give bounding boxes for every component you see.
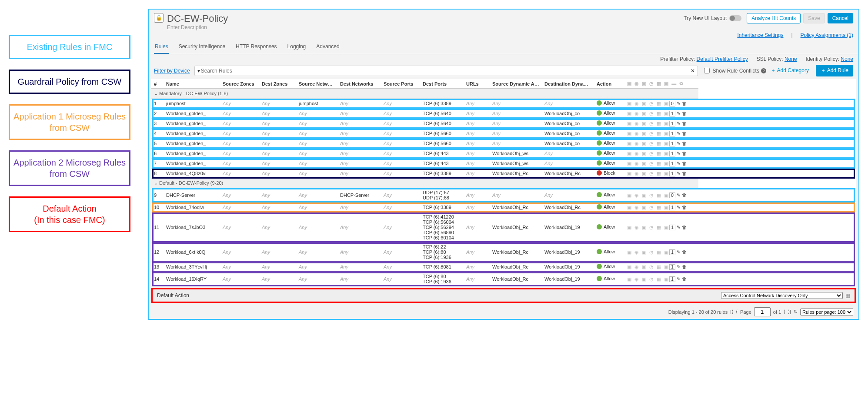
rules-per-page-select[interactable]: Rules per page: 100: [800, 309, 853, 315]
rule-row[interactable]: 4Workload_golden_AnyAnyAnyAnyAnyTCP (6):…: [151, 129, 856, 139]
save-button[interactable]: Save: [803, 13, 825, 23]
policy-description[interactable]: Enter Description: [167, 24, 228, 30]
pager-page-label: Page: [740, 309, 751, 315]
analyze-hit-counts-button[interactable]: Analyze Hit Counts: [747, 13, 801, 23]
col-header: Destination Dynamic Attributes: [542, 79, 594, 89]
search-rules[interactable]: ▾ ✕: [194, 66, 698, 76]
rule-row[interactable]: 9DHCP-ServerAnyAnyAnyDHCP-ServerAnyUDP (…: [151, 188, 856, 202]
row-action-icons[interactable]: ▣ ◉ ▣ ◔ ▦ ▣ 1 ✎ 🗑: [624, 109, 698, 119]
pager-page-input[interactable]: [754, 307, 771, 316]
action-cell: Allow: [594, 202, 624, 212]
row-action-icons[interactable]: ▣ ◉ ▣ ◔ ▦ ▣ 1 ✎ 🗑: [624, 242, 698, 262]
action-cell: Allow: [594, 262, 624, 272]
col-header: Source Ports: [381, 79, 420, 89]
action-cell: Allow: [594, 159, 624, 169]
rule-row[interactable]: 7Workload_golden_AnyAnyAnyAnyAnyTCP (6):…: [151, 159, 856, 169]
pager-refresh-icon[interactable]: ↻: [794, 309, 798, 315]
rule-row[interactable]: 3Workload_golden_AnyAnyAnyAnyAnyTCP (6):…: [151, 119, 856, 129]
row-action-icons[interactable]: ▣ ◉ ▣ ◔ ▦ ▣ 0 ✎ 🗑: [624, 99, 698, 109]
action-cell: Allow: [594, 149, 624, 159]
rule-row[interactable]: 8Workload_4Q8z0vlAnyAnyAnyAnyAnyTCP (6):…: [151, 169, 856, 179]
action-cell: Allow: [594, 129, 624, 139]
tab-rules[interactable]: Rules: [154, 40, 169, 54]
pager-prev-icon[interactable]: ⟨: [736, 309, 738, 315]
rules-table: #NameSource ZonesDest ZonesSource Networ…: [151, 79, 856, 286]
col-header: Action: [594, 79, 624, 89]
fmc-policy-panel: 🔓 DC-EW-Policy Enter Description Try New…: [148, 9, 859, 320]
icon-cols: ▣ ◉ ▣ ◔ ▦ ▣ ▬ ✿: [624, 79, 698, 89]
row-action-icons[interactable]: ▣ ◉ ▣ ◔ ▦ ▣ 1 ✎ 🗑: [624, 272, 698, 286]
tab-logging[interactable]: Logging: [287, 40, 307, 54]
row-action-icons[interactable]: ▣ ◉ ▣ ◔ ▦ ▣ 0 ✎ 🗑: [624, 188, 698, 202]
ssl-label: SSL Policy:: [757, 56, 783, 62]
filter-by-device-link[interactable]: Filter by Device: [154, 68, 190, 74]
rule-row[interactable]: 10Workload_74oqlwAnyAnyAnyAnyAnyTCP (6):…: [151, 202, 856, 212]
default-action-label: Default Action: [157, 292, 189, 299]
col-header: Dest Ports: [420, 79, 464, 89]
rule-row[interactable]: 14Workload_16XqRYAnyAnyAnyAnyAnyTCP (6):…: [151, 272, 856, 286]
policy-assignments-link[interactable]: Policy Assignments (1): [801, 32, 853, 38]
pager-last-icon[interactable]: ⟩|: [788, 309, 791, 315]
rule-row[interactable]: 12Workload_6xtIk0QAnyAnyAnyAnyAnyTCP (6)…: [151, 242, 856, 262]
section-header[interactable]: ⌄ Mandatory - DC-EW-Policy (1-8): [151, 89, 698, 99]
action-cell: Allow: [594, 99, 624, 109]
row-action-icons[interactable]: ▣ ◉ ▣ ◔ ▦ ▣ 1 ✎ 🗑: [624, 149, 698, 159]
inheritance-settings-link[interactable]: Inheritance Settings: [737, 32, 783, 38]
search-input[interactable]: [200, 67, 691, 74]
lock-icon[interactable]: 🔓: [154, 13, 164, 23]
action-cell: Allow: [594, 242, 624, 262]
legend-existing-fmc: Existing Rules in FMC: [9, 35, 130, 59]
tab-http-responses[interactable]: HTTP Responses: [235, 40, 277, 54]
tab-security-intelligence[interactable]: Security Intelligence: [178, 40, 226, 54]
pager-of-label: of 1: [773, 309, 781, 315]
legend-guardrail: Guardrail Policy from CSW: [9, 70, 130, 94]
rule-row[interactable]: 6Workload_golden_AnyAnyAnyAnyAnyTCP (6):…: [151, 149, 856, 159]
legend-panel: Existing Rules in FMC Guardrail Policy f…: [9, 9, 130, 320]
section-header[interactable]: ⌄ Default - DC-EW-Policy (9-20): [151, 179, 698, 188]
prefilter-value[interactable]: Default Prefilter Policy: [697, 56, 748, 62]
row-action-icons[interactable]: ▣ ◉ ▣ ◔ ▦ ▣ 1 ✎ 🗑: [624, 129, 698, 139]
row-action-icons[interactable]: ▣ ◉ ▣ ◔ ▦ ▣ 1 ✎ 🗑: [624, 262, 698, 272]
tabs: RulesSecurity IntelligenceHTTP Responses…: [149, 40, 858, 54]
rule-row[interactable]: 5Workload_golden_AnyAnyAnyAnyAnyTCP (6):…: [151, 139, 856, 149]
col-header: Source Dynamic Attributes: [490, 79, 542, 89]
action-cell: Allow: [594, 188, 624, 202]
pager-display: Displaying 1 - 20 of 20 rules: [668, 309, 728, 315]
row-action-icons[interactable]: ▣ ◉ ▣ ◔ ▦ ▣ 1 ✎ 🗑: [624, 139, 698, 149]
ssl-value[interactable]: None: [785, 56, 797, 62]
policy-title: DC-EW-Policy: [167, 13, 228, 24]
clear-search-icon[interactable]: ✕: [691, 68, 695, 74]
rule-row[interactable]: 13Workload_3TYcvHjAnyAnyAnyAnyAnyTCP (6)…: [151, 262, 856, 272]
rule-row[interactable]: 1jumphostAnyAnyjumphostAnyAnyTCP (6):338…: [151, 99, 856, 109]
tab-advanced[interactable]: Advanced: [315, 40, 340, 54]
help-icon[interactable]: ?: [761, 68, 766, 73]
action-cell: Allow: [594, 109, 624, 119]
default-action-row: Default Action Access Control:Network Di…: [151, 288, 856, 303]
default-action-log-icon[interactable]: ▦: [845, 292, 850, 299]
identity-label: Identity Policy:: [806, 56, 839, 62]
try-new-ui-toggle[interactable]: [729, 15, 741, 21]
col-header: URLs: [464, 79, 490, 89]
rule-row[interactable]: 2Workload_golden_AnyAnyAnyAnyAnyTCP (6):…: [151, 109, 856, 119]
col-header: Dest Zones: [259, 79, 296, 89]
row-action-icons[interactable]: ▣ ◉ ▣ ◔ ▦ ▣ 1 ✎ 🗑: [624, 169, 698, 179]
col-header: Name: [164, 79, 220, 89]
add-rule-button[interactable]: ＋ Add Rule: [816, 65, 853, 76]
pager: Displaying 1 - 20 of 20 rules |⟨ ⟨ Page …: [149, 305, 858, 319]
try-new-ui-label: Try New UI Layout: [684, 15, 727, 21]
identity-value[interactable]: None: [841, 56, 853, 62]
action-cell: Allow: [594, 139, 624, 149]
pager-next-icon[interactable]: ⟩: [784, 309, 785, 315]
row-action-icons[interactable]: ▣ ◉ ▣ ◔ ▦ ▣ 1 ✎ 🗑: [624, 159, 698, 169]
rule-row[interactable]: 11Workload_7sJbO3AnyAnyAnyAnyAnyTCP (6):…: [151, 212, 856, 242]
cancel-button[interactable]: Cancel: [828, 13, 853, 23]
row-action-icons[interactable]: ▣ ◉ ▣ ◔ ▦ ▣ 1 ✎ 🗑: [624, 202, 698, 212]
row-action-icons[interactable]: ▣ ◉ ▣ ◔ ▦ ▣ 1 ✎ 🗑: [624, 212, 698, 242]
default-action-select[interactable]: Access Control:Network Discovery Only: [721, 292, 843, 299]
pager-first-icon[interactable]: |⟨: [730, 309, 733, 315]
legend-app2: Application 2 Microseg Rules from CSW: [9, 150, 130, 186]
show-conflicts-checkbox[interactable]: Show Rule Conflicts ?: [702, 66, 766, 75]
row-action-icons[interactable]: ▣ ◉ ▣ ◔ ▦ ▣ 1 ✎ 🗑: [624, 119, 698, 129]
action-cell: Allow: [594, 272, 624, 286]
add-category-button[interactable]: ＋ Add Category: [771, 67, 809, 74]
